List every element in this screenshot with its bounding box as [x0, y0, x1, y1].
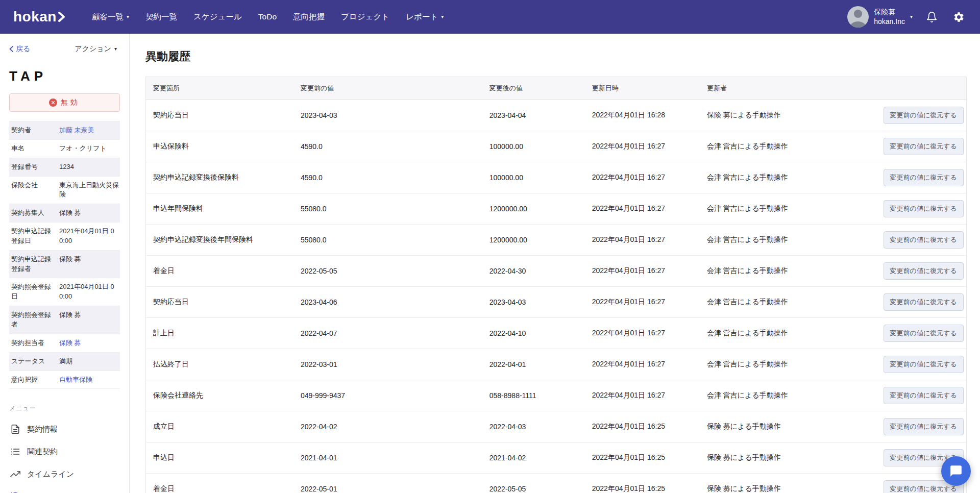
detail-row: 契約照会登録日 2021年04月01日 00:00	[9, 278, 120, 306]
nav-item[interactable]: レポート ▾	[398, 7, 451, 28]
detail-value: 保険 募	[56, 204, 120, 222]
restore-button[interactable]: 変更前の値に復元する	[884, 200, 964, 217]
nav-item-label: プロジェクト	[341, 12, 389, 22]
restore-button[interactable]: 変更前の値に復元する	[884, 356, 964, 373]
cell-updated-by: 会津 営吉による手動操作	[700, 225, 876, 256]
table-row: 契約申込記録変換後保険料 4590.0 100000.00 2022年04月01…	[146, 162, 967, 193]
restore-button[interactable]: 変更前の値に復元する	[884, 387, 964, 404]
detail-label: 意向把握	[9, 371, 56, 389]
table-row: 着金日 2022-05-05 2022-04-30 2022年04月01日 16…	[146, 256, 967, 287]
cell-field: 契約申込記録変換後保険料	[146, 162, 293, 193]
contract-details: 契約者 加藤 未奈美 車名 フオ・クリフト 登録番号 1234 保険会社 東京海…	[9, 121, 120, 389]
restore-button[interactable]: 変更前の値に復元する	[884, 325, 964, 342]
detail-value: 保険 募	[56, 306, 120, 334]
cell-field: 着金日	[146, 474, 293, 493]
detail-row: ステータス 満期	[9, 353, 120, 371]
nav-item[interactable]: スケジュール ▾	[186, 7, 250, 28]
nav-item[interactable]: 顧客一覧 ▾	[84, 7, 137, 28]
cell-action: 変更前の値に復元する	[876, 256, 967, 287]
cell-updated-at: 2022年04月01日 16:27	[585, 349, 700, 380]
table-row: 契約応当日 2023-04-06 2023-04-03 2022年04月01日 …	[146, 287, 967, 318]
sidebar-item-related-contracts[interactable]: 関連契約	[9, 440, 120, 463]
cell-after-value: 2022-04-03	[482, 411, 585, 442]
chevron-down-icon: ▾	[127, 14, 129, 19]
user-name: 保険募	[874, 7, 905, 17]
detail-row: 保険会社 東京海上日動火災保険	[9, 177, 120, 205]
cell-updated-by: 会津 営吉による手動操作	[700, 380, 876, 411]
detail-row: 意向把握 自動車保険	[9, 371, 120, 389]
detail-value[interactable]: 自動車保険	[56, 371, 120, 389]
cell-action: 変更前の値に復元する	[876, 411, 967, 442]
restore-button[interactable]: 変更前の値に復元する	[884, 169, 964, 186]
cell-action: 変更前の値に復元する	[876, 162, 967, 193]
table-row: 保険会社連絡先 049-999-9437 058-8988-1111 2022年…	[146, 380, 967, 411]
restore-button[interactable]: 変更前の値に復元する	[884, 262, 964, 280]
cell-updated-by: 保険 募による手動操作	[700, 411, 876, 442]
detail-row: 契約申込記録登録者 保険 募	[9, 251, 120, 279]
cell-before-value: 2023-04-06	[293, 287, 482, 318]
document-icon	[10, 424, 20, 434]
chat-widget-button[interactable]	[941, 456, 971, 486]
header-updated-at: 更新日時	[585, 77, 700, 100]
cell-before-value: 2022-03-01	[293, 349, 482, 380]
detail-label: 登録番号	[9, 158, 56, 176]
cell-before-value: 2022-05-01	[293, 474, 482, 493]
cell-field: 計上日	[146, 318, 293, 349]
timeline-icon	[10, 469, 20, 479]
notifications-button[interactable]	[924, 9, 940, 25]
table-header: 変更箇所 変更前の値 変更後の値 更新日時 更新者	[146, 77, 967, 100]
cell-updated-by: 会津 営吉による手動操作	[700, 193, 876, 225]
settings-button[interactable]	[951, 9, 967, 25]
nav-item[interactable]: 契約一覧 ▾	[138, 7, 185, 28]
cell-updated-by: 会津 営吉による手動操作	[700, 318, 876, 349]
cell-field: 申込保険料	[146, 131, 293, 162]
nav-item[interactable]: ToDo ▾	[251, 7, 284, 27]
cell-updated-at: 2022年04月01日 16:27	[585, 318, 700, 349]
logo-text: hokan	[13, 9, 57, 25]
list-icon	[10, 447, 20, 457]
status-label: 無効	[61, 98, 80, 107]
sidebar-item-change-history[interactable]: 異動履歴	[9, 485, 120, 493]
action-dropdown[interactable]: アクション ▾	[71, 44, 120, 54]
restore-button[interactable]: 変更前の値に復元する	[884, 293, 964, 311]
table-row: 成立日 2022-04-02 2022-04-03 2022年04月01日 16…	[146, 411, 967, 442]
detail-row: 契約照会登録者 保険 募	[9, 306, 120, 334]
nav-item-label: レポート	[406, 12, 438, 22]
nav-item[interactable]: プロジェクト ▾	[333, 7, 397, 28]
cancel-circle-icon: ✕	[49, 98, 57, 107]
detail-value[interactable]: 保険 募	[56, 334, 120, 352]
sidebar-item-timeline[interactable]: タイムライン	[9, 463, 120, 485]
nav-item[interactable]: 意向把握 ▾	[285, 7, 332, 28]
chevron-left-icon	[9, 46, 13, 52]
chevron-down-icon: ▾	[441, 14, 444, 19]
back-link[interactable]: 戻る	[9, 44, 30, 54]
detail-label: 契約者	[9, 121, 56, 139]
detail-value[interactable]: 加藤 未奈美	[56, 121, 120, 139]
cell-field: 申込年間保険料	[146, 193, 293, 225]
restore-button[interactable]: 変更前の値に復元する	[884, 231, 964, 249]
nav-item-label: 意向把握	[293, 12, 325, 22]
restore-button[interactable]: 変更前の値に復元する	[884, 138, 964, 155]
cell-before-value: 55080.0	[293, 225, 482, 256]
detail-label: 車名	[9, 140, 56, 158]
restore-button[interactable]: 変更前の値に復元する	[884, 107, 964, 124]
detail-row: 契約申込記録登録日 2021年04月01日 00:00	[9, 223, 120, 251]
cell-action: 変更前の値に復元する	[876, 380, 967, 411]
restore-button[interactable]: 変更前の値に復元する	[884, 418, 964, 435]
status-invalid-button[interactable]: ✕ 無効	[9, 93, 120, 112]
policy-title: TAP	[9, 68, 120, 84]
detail-row: 契約者 加藤 未奈美	[9, 121, 120, 140]
cell-before-value: 4590.0	[293, 131, 482, 162]
sidebar-item-contract-info[interactable]: 契約情報	[9, 418, 120, 440]
change-history-table: 変更箇所 変更前の値 変更後の値 更新日時 更新者 契約応当日 2023-04-…	[145, 77, 967, 493]
detail-label: 契約照会登録者	[9, 306, 56, 334]
cell-before-value: 55080.0	[293, 193, 482, 225]
hokan-logo[interactable]: hokan	[13, 9, 65, 25]
cell-updated-at: 2022年04月01日 16:27	[585, 162, 700, 193]
detail-value: 1234	[56, 158, 120, 176]
cell-after-value: 2022-04-30	[482, 256, 585, 287]
user-menu[interactable]: 保険募 hokan.Inc ▾	[847, 6, 913, 28]
nav-item-label: 契約一覧	[145, 12, 177, 22]
cell-field: 契約応当日	[146, 287, 293, 318]
cell-action: 変更前の値に復元する	[876, 318, 967, 349]
